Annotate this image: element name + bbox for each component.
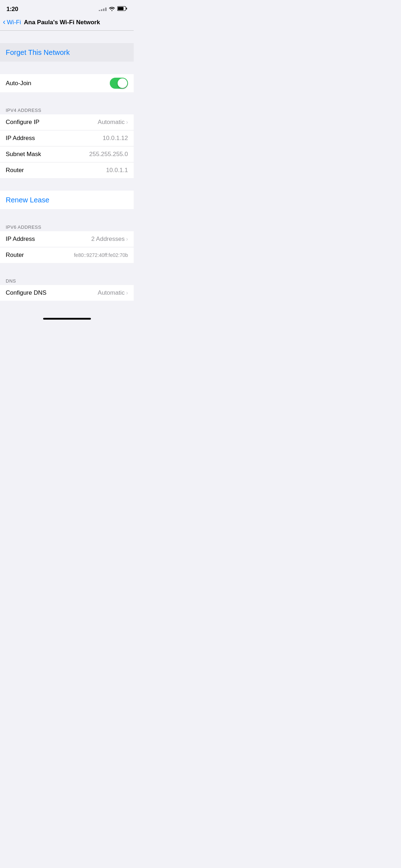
back-chevron-icon: ‹ [3, 18, 5, 26]
subnet-mask-value: 255.255.255.0 [89, 151, 128, 158]
router-value: 10.0.1.1 [106, 167, 128, 174]
status-icons [99, 6, 127, 12]
renew-lease-row[interactable]: Renew Lease [0, 191, 134, 209]
forget-network-row[interactable]: Forget This Network [0, 43, 134, 62]
ipv4-section-header: IPV4 ADDRESS [0, 105, 134, 114]
forget-network-label: Forget This Network [6, 48, 70, 57]
configure-ip-row[interactable]: Configure IP Automatic › [0, 114, 134, 130]
gap-3 [0, 92, 134, 105]
gap-6 [0, 263, 134, 275]
battery-icon [117, 6, 127, 12]
ipv6-router-label: Router [6, 252, 24, 259]
back-button[interactable]: ‹ Wi-Fi [3, 19, 21, 26]
configure-ip-chevron-icon: › [126, 119, 128, 125]
configure-ip-label: Configure IP [6, 119, 40, 126]
subnet-mask-row: Subnet Mask 255.255.255.0 [0, 146, 134, 162]
ip-address-value: 10.0.1.12 [103, 135, 128, 142]
ipv6-ip-address-label: IP Address [6, 236, 35, 243]
ipv6-router-row: Router fe80::9272:40ff:fe02:70b [0, 247, 134, 263]
configure-dns-row[interactable]: Configure DNS Automatic › [0, 285, 134, 301]
ipv6-ip-address-value: 2 Addresses › [91, 236, 128, 243]
ipv6-ip-address-row[interactable]: IP Address 2 Addresses › [0, 231, 134, 247]
gap-2 [0, 62, 134, 74]
subnet-mask-label: Subnet Mask [6, 151, 41, 158]
status-bar: 1:20 [0, 0, 134, 16]
ipv6-router-value: fe80::9272:40ff:fe02:70b [74, 252, 128, 258]
gap-4 [0, 178, 134, 191]
back-label: Wi-Fi [7, 19, 21, 26]
router-row: Router 10.0.1.1 [0, 162, 134, 178]
configure-dns-value: Automatic › [98, 289, 128, 296]
ip-address-row: IP Address 10.0.1.12 [0, 130, 134, 146]
auto-join-label: Auto-Join [6, 80, 31, 87]
nav-header: ‹ Wi-Fi Ana Paula's Wi-Fi Network [0, 16, 134, 30]
wifi-icon [109, 6, 115, 12]
ipv6-ip-chevron-icon: › [126, 236, 128, 242]
gap-5 [0, 209, 134, 222]
ipv6-section-header: IPV6 ADDRESS [0, 222, 134, 231]
auto-join-toggle[interactable] [110, 78, 128, 89]
dns-section-header: DNS [0, 275, 134, 285]
ipv4-card: Configure IP Automatic › IP Address 10.0… [0, 114, 134, 178]
router-label: Router [6, 167, 24, 174]
status-time: 1:20 [6, 6, 18, 13]
svg-rect-1 [126, 8, 127, 10]
configure-dns-label: Configure DNS [6, 289, 46, 296]
configure-ip-value: Automatic › [98, 119, 128, 126]
ipv6-card: IP Address 2 Addresses › Router fe80::92… [0, 231, 134, 263]
toggle-knob [118, 78, 127, 88]
ip-address-label: IP Address [6, 135, 35, 142]
configure-dns-chevron-icon: › [126, 290, 128, 296]
gap-1 [0, 31, 134, 43]
signal-icon [99, 7, 107, 11]
renew-lease-label: Renew Lease [6, 196, 49, 204]
auto-join-row: Auto-Join [0, 74, 134, 92]
home-indicator-bar [43, 318, 91, 320]
page-title: Ana Paula's Wi-Fi Network [24, 19, 100, 26]
svg-rect-2 [118, 7, 124, 10]
dns-card: Configure DNS Automatic › [0, 285, 134, 301]
home-indicator [0, 315, 134, 323]
